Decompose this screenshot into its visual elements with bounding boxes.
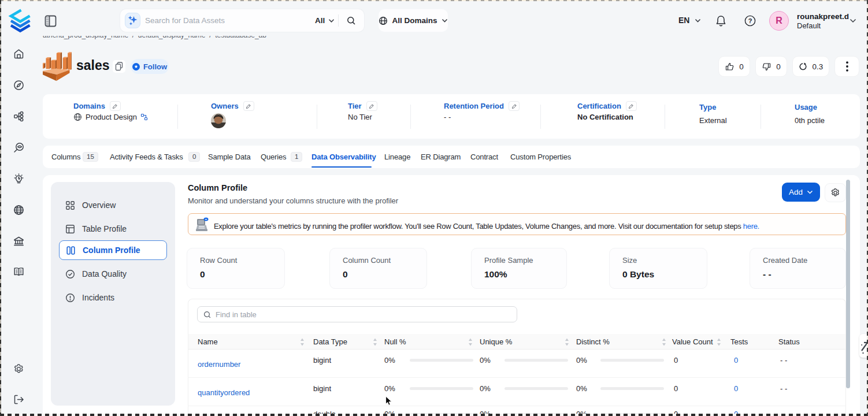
svg-text:?: ? (748, 17, 752, 24)
